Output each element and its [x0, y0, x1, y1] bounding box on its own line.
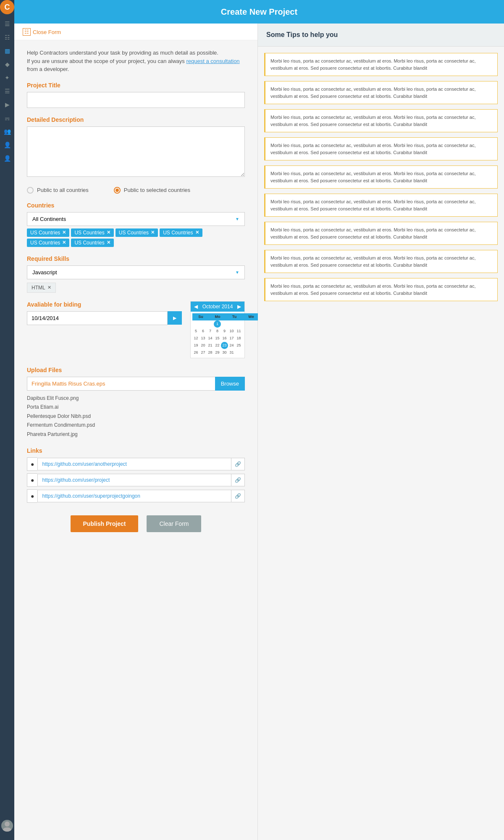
sidebar-icon-grid[interactable]: ☷: [0, 31, 14, 44]
country-tags-container: US Countries ✕ US Countries ✕ US Countri…: [27, 228, 245, 247]
tip-card-2: Morbi leo risus, porta ac consectetur ac…: [264, 81, 498, 104]
tip-card-9: Morbi leo risus, porta ac consectetur ac…: [264, 278, 498, 301]
country-tag-2: US Countries ✕: [71, 228, 113, 237]
content-layout: ☷ Close Form Help Contractors understand…: [14, 24, 504, 840]
project-title-input[interactable]: [27, 92, 245, 108]
available-label: Avaliable for biding: [27, 301, 182, 308]
radio-public-selected[interactable]: Public to selected countries: [114, 187, 190, 194]
sidebar-icon-play[interactable]: ▶: [0, 98, 14, 111]
app-logo[interactable]: C: [0, 0, 14, 14]
help-line2: If you are unsure about the scope of you…: [27, 58, 185, 64]
link-action-3[interactable]: 🔗: [231, 490, 245, 502]
svg-point-0: [5, 822, 10, 827]
sidebar-icon-team[interactable]: 👥: [0, 125, 14, 138]
calendar-prev-button[interactable]: ◀: [194, 304, 198, 310]
date-input-wrapper: 10/14/2014 ►: [27, 311, 182, 325]
calendar-day-1[interactable]: 1: [214, 320, 221, 328]
skills-dropdown[interactable]: Javascript ▼: [27, 265, 245, 279]
calendar-next-button[interactable]: ▶: [237, 304, 241, 310]
country-tag-5-close[interactable]: ✕: [62, 240, 66, 245]
skills-label: Required Skills: [27, 255, 245, 262]
link-action-2[interactable]: 🔗: [231, 474, 245, 486]
upload-group: Upload Files Fringilla Mattis Risus Cras…: [27, 367, 245, 439]
country-tag-6-close[interactable]: ✕: [107, 240, 110, 245]
description-label: Detailed Description: [27, 116, 245, 123]
help-line3: from a developer.: [27, 66, 69, 72]
radio-selected-circle: [114, 187, 121, 194]
sidebar-icon-list[interactable]: ☰: [0, 85, 14, 97]
page-header: Create New Project: [14, 0, 504, 24]
link-action-1[interactable]: 🔗: [231, 458, 245, 470]
form-buttons: Publish Project Clear Form: [27, 515, 245, 541]
radio-public-all[interactable]: Public to all countries: [27, 187, 89, 194]
project-title-label: Project Title: [27, 82, 245, 89]
countries-label: Countries: [27, 202, 245, 209]
publish-button[interactable]: Publish Project: [71, 515, 139, 532]
project-title-group: Project Title: [27, 82, 245, 108]
sidebar-icon-user2[interactable]: 👤: [0, 152, 14, 165]
tips-list: Morbi leo risus, porta ac consectetur ac…: [258, 47, 504, 307]
sidebar-icon-diamond[interactable]: ◆: [0, 58, 14, 71]
tip-card-7: Morbi leo risus, porta ac consectetur ac…: [264, 222, 498, 245]
close-form-label: Close Form: [33, 29, 61, 35]
calendar-widget: ◀ October 2014 ▶ Su Mo Tu We Th: [190, 301, 245, 358]
sidebar-icon-menu[interactable]: ☰: [0, 18, 14, 30]
file-item-1: Dapibus Elit Fusce.png: [27, 394, 245, 403]
calendar-month-label: October 2014: [202, 304, 233, 310]
country-tag-2-close[interactable]: ✕: [107, 230, 110, 235]
file-item-5: Pharetra Parturient.jpg: [27, 430, 245, 439]
calendar-day-23[interactable]: 23: [221, 342, 228, 349]
skill-tags-container: HTML ✕: [27, 283, 245, 293]
close-form-button[interactable]: ☷ Close Form: [23, 28, 61, 36]
upload-label: Upload Files: [27, 367, 245, 373]
link-github-icon-1: ●: [27, 457, 37, 471]
calendar-grid: Su Mo Tu We Th Fr Sa: [191, 312, 244, 358]
sidebar-icon-layers[interactable]: ⚎: [0, 112, 14, 124]
country-tag-3-close[interactable]: ✕: [151, 230, 155, 235]
link-input-1[interactable]: [37, 458, 231, 470]
tips-header: Some Tips to help you: [258, 24, 504, 47]
skill-tag-html-close[interactable]: ✕: [47, 285, 51, 290]
page-title: Create New Project: [107, 7, 412, 17]
consultation-link[interactable]: request a consultation: [186, 58, 239, 64]
countries-value: All Continents: [32, 216, 66, 222]
description-input[interactable]: [27, 126, 245, 177]
country-tag-1-close[interactable]: ✕: [62, 230, 66, 235]
link-github-icon-3: ●: [27, 489, 37, 503]
country-tag-4-close[interactable]: ✕: [195, 230, 199, 235]
skill-tag-html-label: HTML: [32, 285, 45, 291]
file-list: Dapibus Elit Fusce.png Porta Etiam.ai Pe…: [27, 394, 245, 439]
clear-button[interactable]: Clear Form: [147, 515, 201, 532]
file-item-4: Fermentum Condimentum.psd: [27, 421, 245, 430]
calendar: ◀ October 2014 ▶ Su Mo Tu We Th: [190, 301, 245, 358]
upload-input[interactable]: Fringilla Mattis Risus Cras.eps: [27, 377, 215, 391]
skills-select-wrapper: Javascript ▼: [27, 265, 245, 279]
sidebar-icon-user1[interactable]: 👤: [0, 139, 14, 151]
close-form-icon: ☷: [23, 28, 31, 36]
skills-arrow-icon: ▼: [235, 270, 239, 275]
user-avatar[interactable]: [1, 820, 13, 832]
link-row-1: ● 🔗: [27, 457, 245, 471]
country-tag-2-label: US Countries: [74, 230, 104, 236]
date-next-button[interactable]: ►: [168, 311, 182, 325]
skill-tag-html: HTML ✕: [27, 283, 56, 293]
calendar-header: ◀ October 2014 ▶: [191, 302, 244, 312]
countries-arrow-icon: ▼: [235, 217, 239, 221]
link-input-2[interactable]: [37, 474, 231, 486]
description-group: Detailed Description: [27, 116, 245, 178]
browse-button[interactable]: Browse: [215, 377, 245, 391]
radio-all-label: Public to all countries: [37, 187, 89, 193]
country-tag-5: US Countries ✕: [27, 239, 69, 247]
sidebar-icon-flower[interactable]: ✦: [0, 71, 14, 84]
date-input[interactable]: 10/14/2014: [27, 311, 168, 325]
countries-dropdown[interactable]: All Continents ▼: [27, 212, 245, 226]
country-tag-4-label: US Countries: [163, 230, 193, 236]
form-area: ☷ Close Form Help Contractors understand…: [14, 24, 258, 840]
link-row-2: ● 🔗: [27, 473, 245, 487]
link-input-3[interactable]: [37, 490, 231, 502]
links-group: Links ● 🔗 ● 🔗 ● 🔗: [27, 447, 245, 503]
tip-card-5: Morbi leo risus, porta ac consectetur ac…: [264, 165, 498, 189]
date-left: Avaliable for biding 10/14/2014 ►: [27, 301, 182, 325]
country-tag-3-label: US Countries: [119, 230, 149, 236]
sidebar-icon-projects[interactable]: ▩: [0, 45, 14, 57]
